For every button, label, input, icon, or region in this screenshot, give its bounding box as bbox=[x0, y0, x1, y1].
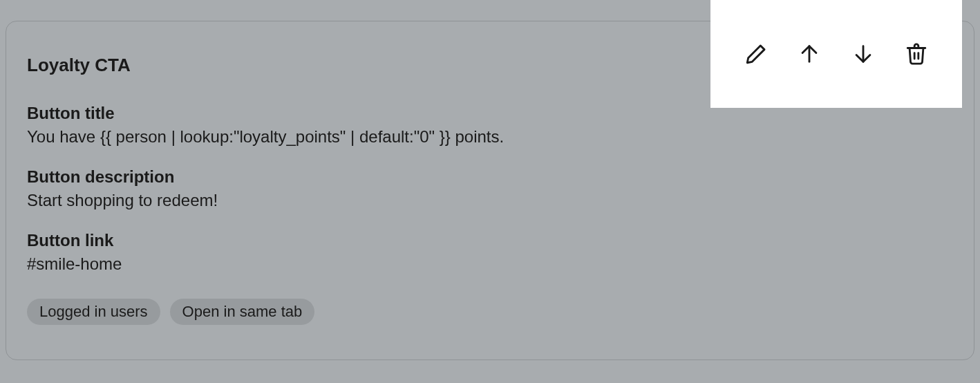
field-button-description: Button description Start shopping to red… bbox=[27, 167, 953, 210]
field-label: Button description bbox=[27, 167, 953, 187]
field-button-link: Button link #smile-home bbox=[27, 231, 953, 274]
field-label: Button link bbox=[27, 231, 953, 250]
move-down-button[interactable] bbox=[848, 39, 878, 69]
pencil-icon bbox=[744, 42, 768, 66]
field-value: Start shopping to redeem! bbox=[27, 191, 953, 210]
tag-open-in-same-tab: Open in same tab bbox=[170, 299, 315, 325]
field-value: You have {{ person | lookup:"loyalty_poi… bbox=[27, 127, 953, 147]
tag-logged-in-users: Logged in users bbox=[27, 299, 160, 325]
arrow-up-icon bbox=[798, 42, 821, 66]
card-toolbar bbox=[710, 0, 962, 108]
field-button-title: Button title You have {{ person | lookup… bbox=[27, 104, 953, 147]
delete-button[interactable] bbox=[901, 39, 932, 69]
edit-button[interactable] bbox=[741, 39, 771, 69]
field-value: #smile-home bbox=[27, 254, 953, 274]
move-up-button[interactable] bbox=[794, 39, 824, 69]
tag-row: Logged in users Open in same tab bbox=[27, 299, 953, 325]
trash-icon bbox=[905, 42, 928, 66]
arrow-down-icon bbox=[851, 42, 875, 66]
